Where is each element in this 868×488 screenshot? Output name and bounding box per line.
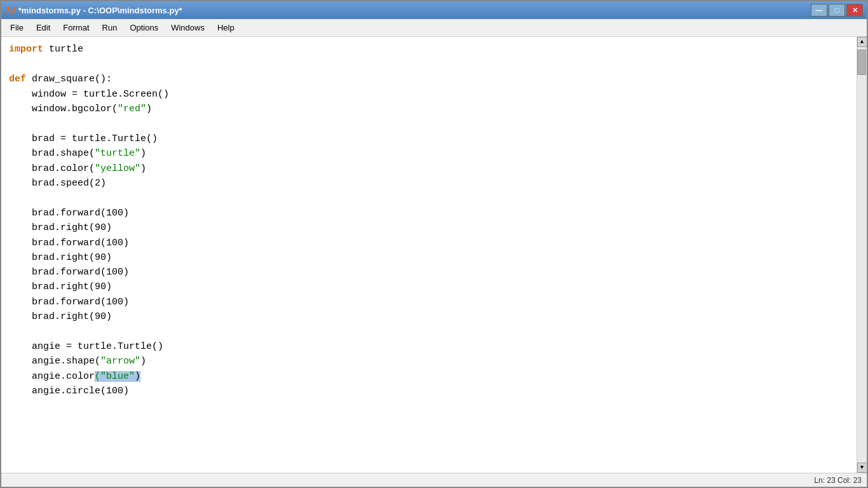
menu-options[interactable]: Options: [123, 20, 165, 35]
status-bar: Ln: 23 Col: 23: [1, 473, 867, 487]
code-line-21: angie = turtle.Turtle(): [9, 339, 849, 354]
main-window: 7𝑑 *mindstorms.py - C:\OOP\mindstorms.py…: [0, 0, 868, 488]
menu-run[interactable]: Run: [96, 20, 124, 35]
code-line-9: brad.color("yellow"): [9, 161, 849, 176]
code-line-6: [9, 116, 849, 132]
minimize-button[interactable]: —: [811, 4, 827, 17]
menu-file[interactable]: File: [4, 20, 30, 35]
close-button[interactable]: ✕: [846, 4, 863, 17]
code-line-18: brad.forward(100): [9, 295, 849, 309]
title-bar: 7𝑑 *mindstorms.py - C:\OOP\mindstorms.py…: [1, 1, 867, 19]
code-line-24: angie.circle(100): [9, 384, 849, 398]
app-icon: 7𝑑: [5, 5, 15, 16]
window-title: *mindstorms.py - C:\OOP\mindstorms.py*: [18, 6, 182, 15]
code-line-1: import turtle: [9, 42, 849, 57]
code-line-20: [9, 324, 849, 339]
code-line-17: brad.right(90): [9, 280, 849, 294]
title-buttons: — □ ✕: [811, 4, 863, 17]
code-line-5: window.bgcolor("red"): [9, 102, 849, 116]
menu-format[interactable]: Format: [57, 20, 95, 35]
menu-windows[interactable]: Windows: [165, 20, 211, 35]
code-line-10: brad.speed(2): [9, 176, 849, 191]
scroll-down-button[interactable]: ▼: [857, 463, 867, 473]
menu-help[interactable]: Help: [211, 20, 241, 35]
scroll-thumb[interactable]: [857, 50, 866, 75]
title-bar-text: 7𝑑 *mindstorms.py - C:\OOP\mindstorms.py…: [5, 5, 182, 16]
code-line-23: angie.color("blue"): [9, 369, 849, 384]
code-line-22: angie.shape("arrow"): [9, 354, 849, 369]
code-line-3: def draw_square():: [9, 72, 849, 86]
code-area[interactable]: import turtle def draw_square(): window …: [1, 37, 857, 473]
scroll-track[interactable]: [857, 47, 867, 463]
code-line-12: brad.forward(100): [9, 206, 849, 220]
code-line-2: [9, 57, 849, 72]
code-line-7: brad = turtle.Turtle(): [9, 132, 849, 146]
scrollbar-vertical[interactable]: ▲ ▼: [857, 37, 867, 473]
scroll-up-button[interactable]: ▲: [857, 37, 867, 47]
menu-edit[interactable]: Edit: [30, 20, 57, 35]
code-line-14: brad.forward(100): [9, 236, 849, 250]
code-line-15: brad.right(90): [9, 250, 849, 265]
code-line-16: brad.forward(100): [9, 265, 849, 280]
code-line-19: brad.right(90): [9, 309, 849, 324]
maximize-button[interactable]: □: [829, 4, 845, 17]
code-line-4: window = turtle.Screen(): [9, 87, 849, 102]
cursor-position: Ln: 23 Col: 23: [814, 476, 862, 485]
code-line-8: brad.shape("turtle"): [9, 146, 849, 161]
code-line-11: [9, 191, 849, 206]
code-line-13: brad.right(90): [9, 220, 849, 235]
menu-bar: File Edit Format Run Options Windows Hel…: [1, 19, 867, 37]
editor-container: import turtle def draw_square(): window …: [1, 37, 867, 473]
